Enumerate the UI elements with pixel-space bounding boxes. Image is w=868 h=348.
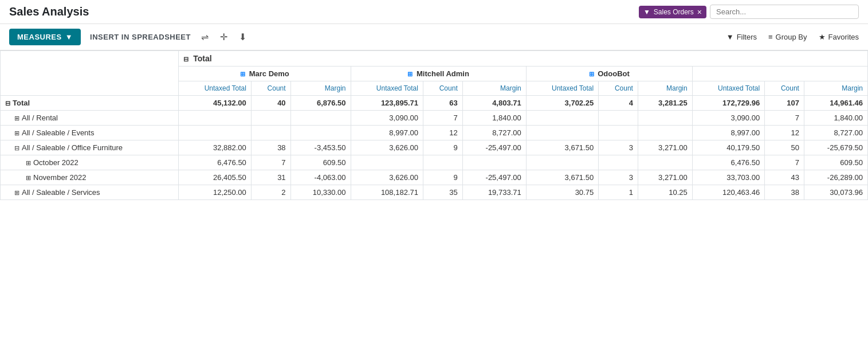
table-row: ⊞All / Saleable / Events8,997.00128,727.… — [1, 126, 868, 140]
row-label-text: All / Rental — [22, 114, 58, 122]
download-icon[interactable]: ⬇ — [238, 30, 248, 44]
data-cell: 3,626.00 — [351, 170, 423, 185]
data-cell — [351, 155, 423, 170]
groupby-label: Group By — [776, 33, 807, 41]
data-cell: 26,405.50 — [179, 170, 251, 185]
data-cell: 3,090.00 — [692, 111, 764, 126]
data-cell: 3,090.00 — [351, 111, 423, 126]
row-label-cell: ⊞All / Saleable / Services — [1, 185, 179, 200]
table-row: ⊟All / Saleable / Office Furniture32,882… — [1, 140, 868, 155]
data-cell: 50 — [765, 140, 804, 155]
data-cell — [599, 126, 638, 140]
row-label-text: October 2022 — [33, 158, 78, 167]
row-label-cell: ⊞October 2022 — [1, 155, 179, 170]
marc-demo-header[interactable]: ⊞ Marc Demo — [179, 67, 351, 81]
row-label-text: November 2022 — [33, 173, 87, 182]
data-cell: 38 — [765, 185, 804, 200]
data-cell: 10,330.00 — [290, 185, 351, 200]
row-label-cell: ⊟Total — [1, 96, 179, 111]
data-cell: 3,671.50 — [526, 140, 598, 155]
search-input[interactable] — [710, 5, 859, 19]
measures-button[interactable]: MEASURES ▼ — [9, 29, 81, 45]
data-cell: 123,895.71 — [351, 96, 423, 111]
table-row: ⊟Total45,132.00406,876.50123,895.71634,8… — [1, 96, 868, 111]
data-cell — [526, 155, 598, 170]
filter-tag[interactable]: ▼ Sales Orders × — [639, 6, 706, 18]
data-cell: 3,271.00 — [638, 140, 692, 155]
odoobot-plus-icon: ⊞ — [589, 71, 594, 77]
data-cell: 1 — [599, 185, 638, 200]
data-cell — [599, 111, 638, 126]
row-label-cell: ⊟All / Saleable / Office Furniture — [1, 140, 179, 155]
expand-icon[interactable]: ⊞ — [26, 174, 31, 181]
total-count-header: Count — [765, 81, 804, 96]
odoobot-header[interactable]: ⊞ OdooBot — [526, 67, 692, 81]
marc-demo-label: Marc Demo — [249, 69, 289, 78]
favorites-label: Favorites — [828, 33, 859, 41]
data-cell: 7 — [423, 111, 462, 126]
data-cell: 609.50 — [290, 155, 351, 170]
pivot-table: ⊟ Total ⊞ Marc Demo ⊞ Mitchell Admin ⊞ O… — [0, 50, 868, 200]
expand-icon[interactable]: ⊞ — [26, 159, 31, 166]
total-label: Total — [193, 54, 211, 63]
odoobot-count-header: Count — [599, 81, 638, 96]
data-cell: 35 — [423, 185, 462, 200]
groupby-button[interactable]: ≡ Group By — [768, 33, 807, 41]
row-label-cell: ⊞November 2022 — [1, 170, 179, 185]
total-collapse-icon[interactable]: ⊟ — [183, 56, 188, 62]
grand-total-header — [692, 67, 867, 81]
collapse-icon[interactable]: ⊟ — [5, 100, 10, 107]
expand-icon[interactable]: ⊞ — [14, 115, 19, 122]
mitchell-admin-label: Mitchell Admin — [417, 69, 469, 78]
data-cell: -25,679.50 — [804, 140, 867, 155]
data-cell — [526, 126, 598, 140]
data-cell: 12,250.00 — [179, 185, 251, 200]
favorites-button[interactable]: ★ Favorites — [819, 33, 859, 41]
data-cell: 172,729.96 — [692, 96, 764, 111]
data-cell: 8,997.00 — [692, 126, 764, 140]
remove-filter-button[interactable]: × — [697, 8, 702, 16]
data-cell: 6,476.50 — [692, 155, 764, 170]
marc-plus-icon: ⊞ — [240, 71, 245, 77]
expand-icon[interactable]: ⊞ — [14, 189, 19, 196]
data-cell: 38 — [251, 140, 290, 155]
mitchell-untaxed-header: Untaxed Total — [351, 81, 423, 96]
move-icon[interactable]: ✛ — [219, 30, 229, 44]
data-cell: 6,876.50 — [290, 96, 351, 111]
data-cell: -3,453.50 — [290, 140, 351, 155]
odoobot-label: OdooBot — [598, 69, 630, 78]
data-cell: -4,063.00 — [290, 170, 351, 185]
data-cell: -25,497.00 — [462, 140, 526, 155]
swap-icon[interactable]: ⇌ — [200, 30, 210, 44]
odoobot-untaxed-header: Untaxed Total — [526, 81, 598, 96]
data-cell: 63 — [423, 96, 462, 111]
page-title: Sales Analysis — [9, 5, 89, 18]
data-cell: 10.25 — [638, 185, 692, 200]
row-dimension-header — [1, 51, 179, 96]
mitchell-count-header: Count — [423, 81, 462, 96]
data-cell: 8,997.00 — [351, 126, 423, 140]
data-cell: 43 — [765, 170, 804, 185]
table-wrapper: ⊟ Total ⊞ Marc Demo ⊞ Mitchell Admin ⊞ O… — [0, 50, 868, 200]
search-area: ▼ Sales Orders × — [639, 5, 859, 19]
data-cell — [599, 155, 638, 170]
data-cell — [462, 155, 526, 170]
marc-count-header: Count — [251, 81, 290, 96]
insert-spreadsheet-button[interactable]: INSERT IN SPREADSHEET — [90, 33, 191, 41]
table-row: ⊞All / Rental3,090.0071,840.003,090.0071… — [1, 111, 868, 126]
collapse-icon[interactable]: ⊟ — [14, 144, 19, 151]
total-margin-header: Margin — [804, 81, 867, 96]
filter-icon: ▼ — [643, 8, 650, 16]
filters-button[interactable]: ▼ Filters — [726, 33, 757, 41]
data-cell — [179, 111, 251, 126]
data-cell: 30.75 — [526, 185, 598, 200]
data-cell: 8,727.00 — [462, 126, 526, 140]
header-total-row: ⊟ Total — [1, 51, 868, 67]
mitchell-admin-header[interactable]: ⊞ Mitchell Admin — [351, 67, 526, 81]
expand-icon[interactable]: ⊞ — [14, 130, 19, 136]
data-cell: 120,463.46 — [692, 185, 764, 200]
data-cell: 12 — [765, 126, 804, 140]
data-cell — [638, 111, 692, 126]
data-cell: -25,497.00 — [462, 170, 526, 185]
marc-untaxed-header: Untaxed Total — [179, 81, 251, 96]
